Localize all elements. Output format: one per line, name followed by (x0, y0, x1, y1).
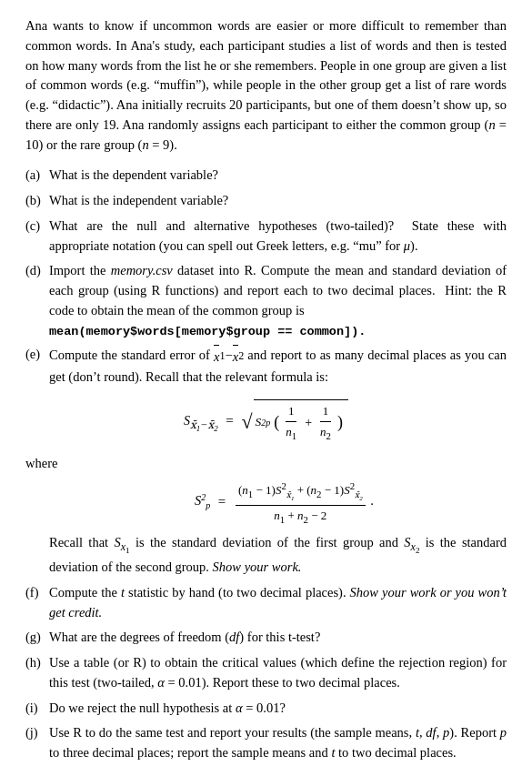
r-code: mean(memory$words[memory$group == common… (49, 323, 507, 341)
label-d: (d) (25, 261, 49, 281)
where-block: where S2p = (n1 − 1)S2x̄1 + (n2 − 1)S2x̄… (25, 454, 507, 527)
label-f: (f) (25, 583, 49, 603)
label-j: (j) (25, 723, 49, 743)
question-j: (j) Use R to do the same test and report… (25, 723, 507, 763)
body-d: Import the memory.csv dataset into R. Co… (49, 261, 507, 341)
label-e: (e) (25, 345, 49, 365)
question-b: (b) What is the independent variable? (25, 191, 507, 211)
e-recall-text: Recall that Sx1 is the standard deviatio… (49, 535, 507, 574)
label-h: (h) (25, 653, 49, 673)
formula-se: Sx̄1−x̄2 = √ S2p ( 1 n1 + 1 n2 ) (25, 399, 507, 444)
body-f: Compute the t statistic by hand (to two … (49, 583, 507, 623)
intro-text: Ana wants to know if uncommon words are … (25, 16, 507, 155)
body-j: Use R to do the same test and report you… (49, 723, 507, 763)
question-a: (a) What is the dependent variable? (25, 166, 507, 186)
question-list: (a) What is the dependent variable? (b) … (25, 166, 507, 763)
label-i: (i) (25, 699, 49, 719)
body-g: What are the degrees of freedom (df) for… (49, 628, 507, 648)
body-c: What are the null and alternative hypoth… (49, 217, 507, 257)
label-a: (a) (25, 166, 49, 186)
question-d: (d) Import the memory.csv dataset into R… (25, 261, 507, 341)
se-formula-display: Sx̄1−x̄2 = √ S2p ( 1 n1 + 1 n2 ) (25, 399, 507, 444)
body-a: What is the dependent variable? (49, 166, 507, 186)
question-i: (i) Do we reject the null hypothesis at … (25, 699, 507, 719)
body-i: Do we reject the null hypothesis at α = … (49, 699, 507, 719)
label-g: (g) (25, 628, 49, 648)
where-label: where (25, 454, 507, 474)
label-c: (c) (25, 217, 49, 237)
question-f: (f) Compute the t statistic by hand (to … (25, 583, 507, 623)
body-b: What is the independent variable? (49, 191, 507, 211)
label-b: (b) (25, 191, 49, 211)
question-e-recall: Recall that Sx1 is the standard deviatio… (25, 533, 507, 578)
question-g: (g) What are the degrees of freedom (df)… (25, 628, 507, 648)
question-c: (c) What are the null and alternative hy… (25, 217, 507, 257)
question-e: (e) Compute the standard error of x1−x2 … (25, 345, 507, 388)
sp2-formula-display: S2p = (n1 − 1)S2x̄1 + (n2 − 1)S2x̄2 n1 +… (62, 479, 507, 526)
body-e: Compute the standard error of x1−x2 and … (49, 345, 507, 388)
body-h: Use a table (or R) to obtain the critica… (49, 653, 507, 693)
question-h: (h) Use a table (or R) to obtain the cri… (25, 653, 507, 693)
